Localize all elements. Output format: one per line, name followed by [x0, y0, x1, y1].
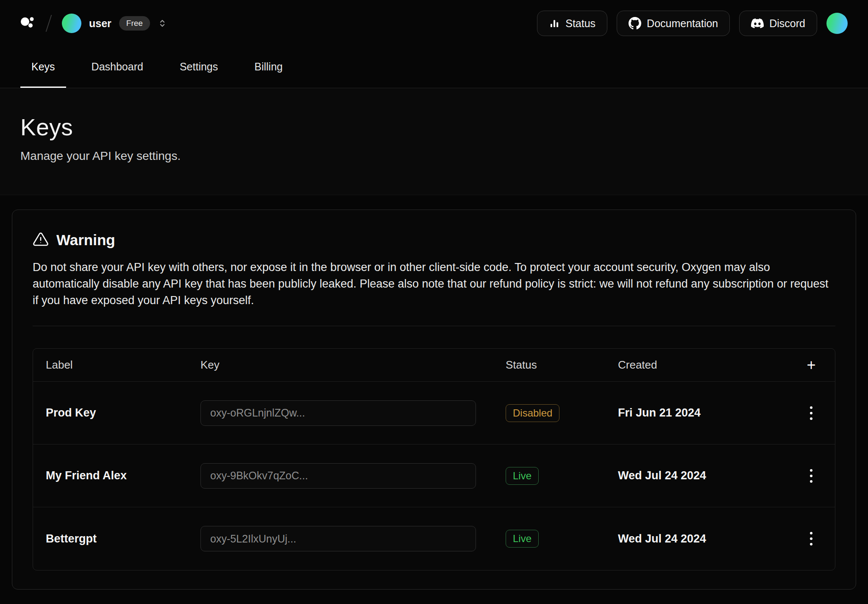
status-button-label: Status	[565, 17, 595, 30]
tab-dashboard[interactable]: Dashboard	[81, 47, 154, 88]
top-bar-left: user Free	[20, 14, 167, 33]
status-badge: Live	[506, 530, 539, 548]
status-cell: Live	[506, 467, 618, 485]
table-header-row: Label Key Status Created +	[33, 349, 835, 382]
api-key-input[interactable]	[200, 400, 476, 426]
api-key-input[interactable]	[200, 463, 476, 489]
warning-body: Do not share your API key with others, n…	[33, 259, 835, 309]
column-header-created: Created	[618, 358, 800, 372]
row-actions-button[interactable]	[807, 528, 816, 549]
add-key-button[interactable]: +	[801, 355, 821, 375]
row-actions-button[interactable]	[807, 466, 816, 486]
key-cell	[200, 400, 506, 426]
discord-icon	[751, 17, 764, 30]
page-header: Keys Manage your API key settings.	[0, 88, 868, 195]
created-date: Wed Jul 24 2024	[618, 469, 800, 482]
plan-badge: Free	[119, 16, 150, 31]
key-label: Bettergpt	[46, 532, 200, 545]
warning-header: Warning	[33, 231, 835, 249]
table-row: My Friend Alex Live Wed Jul 24 2024	[33, 445, 835, 507]
documentation-button-label: Documentation	[647, 17, 718, 30]
user-avatar[interactable]	[826, 13, 848, 34]
discord-button[interactable]: Discord	[739, 11, 817, 36]
bar-chart-icon	[549, 18, 560, 29]
status-cell: Disabled	[506, 404, 618, 422]
tab-keys[interactable]: Keys	[20, 47, 66, 88]
tab-billing[interactable]: Billing	[243, 47, 294, 88]
top-bar: user Free Status	[0, 0, 868, 47]
tab-settings[interactable]: Settings	[169, 47, 229, 88]
column-header-status: Status	[506, 358, 618, 372]
column-header-key: Key	[200, 358, 506, 372]
row-actions-button[interactable]	[807, 403, 816, 423]
user-name: user	[89, 17, 111, 30]
key-cell	[200, 526, 506, 551]
page: user Free Status	[0, 0, 868, 590]
column-header-label: Label	[46, 358, 200, 372]
table-row: Prod Key Disabled Fri Jun 21 2024	[33, 382, 835, 445]
warning-title: Warning	[56, 232, 115, 249]
page-title: Keys	[20, 114, 848, 141]
github-icon	[629, 17, 641, 30]
status-badge: Live	[506, 467, 539, 485]
page-subtitle: Manage your API key settings.	[20, 149, 848, 163]
app-logo-dots-icon[interactable]	[20, 16, 38, 31]
keys-table: Label Key Status Created + Prod Key Disa…	[33, 348, 835, 570]
table-row: Bettergpt Live Wed Jul 24 2024	[33, 507, 835, 570]
card-divider	[33, 326, 835, 326]
key-label: Prod Key	[46, 406, 200, 419]
status-badge: Disabled	[506, 404, 559, 422]
status-cell: Live	[506, 530, 618, 548]
api-key-input[interactable]	[200, 526, 476, 551]
status-button[interactable]: Status	[537, 11, 607, 36]
chevron-up-down-icon[interactable]	[158, 19, 167, 28]
slash-divider	[46, 15, 52, 32]
created-date: Wed Jul 24 2024	[618, 532, 800, 545]
key-cell	[200, 463, 506, 489]
top-bar-right: Status Documentation Discord	[537, 11, 848, 36]
main-nav: Keys Dashboard Settings Billing	[0, 47, 868, 88]
workspace-avatar[interactable]	[62, 14, 81, 33]
documentation-button[interactable]: Documentation	[617, 11, 730, 36]
key-label: My Friend Alex	[46, 469, 200, 482]
created-date: Fri Jun 21 2024	[618, 406, 800, 419]
warning-triangle-icon	[33, 231, 49, 249]
keys-card: Warning Do not share your API key with o…	[12, 210, 856, 590]
discord-button-label: Discord	[769, 17, 805, 30]
